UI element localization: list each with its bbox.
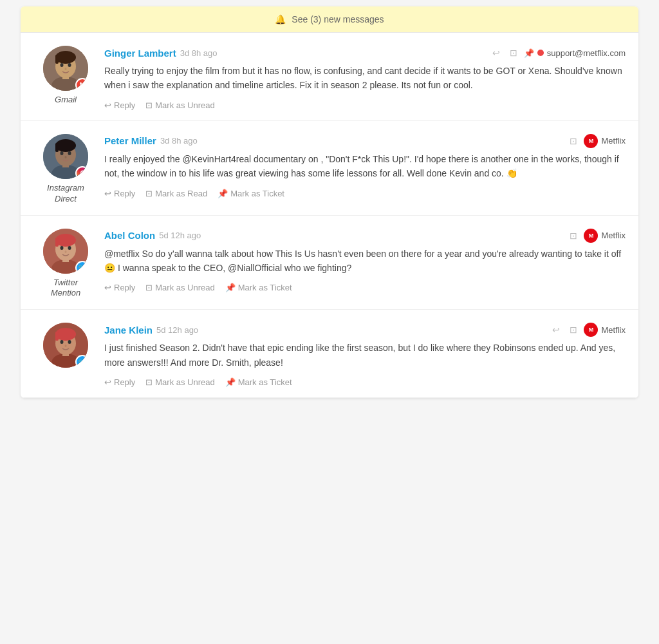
message-header: Abel Colon 5d 12h ago ⊡ M Metflix bbox=[104, 229, 626, 243]
message-content: Peter Miller 3d 8h ago ⊡ M Metflix I rea… bbox=[104, 134, 626, 205]
message-icon-sm: ⊡ bbox=[506, 46, 521, 60]
avatar-section: 🐦 bbox=[33, 323, 98, 387]
action-mark-as-ticket[interactable]: 📌 Mark as Ticket bbox=[225, 283, 292, 292]
svg-rect-14 bbox=[55, 143, 59, 152]
new-messages-banner[interactable]: 🔔 See (3) new messages bbox=[21, 6, 638, 33]
avatar-section: 🐦 TwitterMention bbox=[33, 229, 98, 299]
brand-badge: ↩ ⊡ M Metflix bbox=[549, 323, 626, 337]
reply-icon: ↩ bbox=[104, 189, 111, 198]
email-address: support@metflix.com bbox=[547, 48, 626, 58]
svg-point-8 bbox=[65, 68, 67, 70]
action-reply[interactable]: ↩ Reply bbox=[104, 189, 135, 198]
reply-icon: ↩ bbox=[104, 100, 111, 110]
svg-rect-32 bbox=[55, 332, 59, 341]
message-header: Ginger Lambert 3d 8h ago ↩ ⊡ 📌 support@m… bbox=[104, 46, 626, 60]
reply-icon-sm: ↩ bbox=[549, 323, 563, 337]
message-actions: ↩ Reply ⊡ Mark as Unread 📌 Mark as Ticke… bbox=[104, 283, 626, 292]
author-name[interactable]: Jane Klein bbox=[104, 325, 153, 336]
author-name[interactable]: Ginger Lambert bbox=[104, 48, 176, 59]
message-icon-sm: ⊡ bbox=[566, 323, 580, 337]
mark-as-unread-icon: ⊡ bbox=[145, 100, 153, 110]
svg-point-15 bbox=[60, 151, 64, 155]
brand-name: Metflix bbox=[601, 325, 626, 335]
message-body: @metflix So do y'all wanna talk about ho… bbox=[104, 247, 626, 276]
message-card: 🐦 TwitterMention Abel Colon 5d 12h ago ⊡… bbox=[21, 216, 638, 310]
message-header: Jane Klein 5d 12h ago ↩ ⊡ M Metflix bbox=[104, 323, 626, 337]
mark-as-ticket-icon: 📌 bbox=[218, 189, 228, 198]
message-actions: ↩ Reply ⊡ Mark as Read 📌 Mark as Ticket bbox=[104, 189, 626, 198]
header-icons: ↩ ⊡ M Metflix bbox=[549, 323, 626, 337]
timestamp: 5d 12h ago bbox=[156, 325, 198, 335]
action-reply[interactable]: ↩ Reply bbox=[104, 377, 135, 387]
brand-name: Metflix bbox=[601, 136, 626, 146]
author-name[interactable]: Peter Miller bbox=[104, 135, 156, 146]
message-content: Jane Klein 5d 12h ago ↩ ⊡ M Metflix I ju… bbox=[104, 323, 626, 387]
messages-container: 🔔 See (3) new messages M Gmail bbox=[21, 6, 638, 398]
timestamp: 5d 12h ago bbox=[159, 231, 201, 240]
message-card: ⊙ InstagramDirect Peter Miller 3d 8h ago… bbox=[21, 121, 638, 216]
message-actions: ↩ Reply ⊡ Mark as Unread 📌 Mark as Ticke… bbox=[104, 377, 626, 387]
brand-name: Metflix bbox=[601, 231, 626, 240]
action-mark-as-ticket[interactable]: 📌 Mark as Ticket bbox=[225, 377, 292, 387]
avatar: 🐦 bbox=[43, 323, 88, 368]
action-reply[interactable]: ↩ Reply bbox=[104, 283, 135, 292]
mark-as-ticket-icon: 📌 bbox=[225, 283, 236, 292]
source-badge-instagram: ⊙ bbox=[75, 166, 88, 179]
source-badge-gmail: M bbox=[75, 78, 88, 91]
svg-point-26 bbox=[65, 251, 67, 253]
mark-as-unread-icon: ⊡ bbox=[145, 377, 153, 387]
timestamp: 3d 8h ago bbox=[180, 48, 218, 58]
email-dot bbox=[537, 50, 544, 56]
message-body: I really enjoyed the @KevinHart4real doc… bbox=[104, 152, 626, 181]
brand-badge: ⊡ M Metflix bbox=[566, 134, 626, 148]
avatar: ⊙ bbox=[43, 134, 88, 179]
svg-point-7 bbox=[68, 63, 71, 67]
svg-point-34 bbox=[68, 340, 71, 344]
svg-point-24 bbox=[60, 246, 64, 250]
banner-text: See (3) new messages bbox=[292, 14, 384, 24]
timestamp: 3d 8h ago bbox=[160, 136, 198, 146]
svg-point-33 bbox=[60, 340, 64, 344]
action-mark-as-unread[interactable]: ⊡ Mark as Unread bbox=[145, 377, 214, 387]
reply-icon: ↩ bbox=[104, 283, 111, 292]
source-label: Gmail bbox=[55, 95, 77, 106]
pin-icon: 📌 bbox=[524, 48, 534, 58]
brand-badge: ⊡ M Metflix bbox=[566, 229, 626, 243]
message-content: Abel Colon 5d 12h ago ⊡ M Metflix @metfl… bbox=[104, 229, 626, 299]
source-label: TwitterMention bbox=[51, 278, 80, 299]
source-badge-twitter: 🐦 bbox=[75, 261, 88, 274]
action-reply[interactable]: ↩ Reply bbox=[104, 100, 135, 110]
mark-as-read-icon: ⊡ bbox=[145, 189, 153, 198]
header-icons: ⊡ M Metflix bbox=[566, 229, 626, 243]
svg-point-16 bbox=[68, 151, 71, 155]
reply-icon: ↩ bbox=[104, 377, 111, 387]
svg-point-17 bbox=[65, 156, 67, 158]
mark-as-unread-icon: ⊡ bbox=[145, 283, 153, 292]
action-mark-as-unread[interactable]: ⊡ Mark as Unread bbox=[145, 283, 214, 292]
reply-icon-sm: ⊡ bbox=[566, 134, 580, 148]
source-badge-twitter: 🐦 bbox=[75, 355, 88, 368]
brand-avatar: M bbox=[584, 229, 598, 243]
avatar-section: ⊙ InstagramDirect bbox=[33, 134, 98, 205]
message-content: Ginger Lambert 3d 8h ago ↩ ⊡ 📌 support@m… bbox=[104, 46, 626, 110]
svg-point-6 bbox=[60, 63, 64, 67]
message-actions: ↩ Reply ⊡ Mark as Unread bbox=[104, 100, 626, 110]
svg-point-25 bbox=[68, 246, 71, 250]
mark-as-ticket-icon: 📌 bbox=[225, 377, 236, 387]
action-mark-as-read[interactable]: ⊡ Mark as Read bbox=[145, 189, 207, 198]
bell-icon: 🔔 bbox=[275, 14, 286, 24]
svg-point-35 bbox=[65, 345, 67, 347]
action-mark-as-unread[interactable]: ⊡ Mark as Unread bbox=[145, 100, 214, 110]
header-icons: ⊡ M Metflix bbox=[566, 134, 626, 148]
message-card: 🐦 Jane Klein 5d 12h ago ↩ ⊡ M Metflix I … bbox=[21, 310, 638, 398]
email-badge: ↩ ⊡ 📌 support@metflix.com bbox=[489, 46, 626, 60]
author-name[interactable]: Abel Colon bbox=[104, 230, 155, 241]
action-mark-as-ticket[interactable]: 📌 Mark as Ticket bbox=[218, 189, 284, 198]
brand-avatar: M bbox=[584, 323, 598, 337]
avatar-section: M Gmail bbox=[33, 46, 98, 110]
source-label: InstagramDirect bbox=[47, 183, 84, 205]
messages-list: M Gmail Ginger Lambert 3d 8h ago ↩ ⊡ 📌 s… bbox=[21, 33, 638, 398]
message-body: I just finished Season 2. Didn't have th… bbox=[104, 341, 626, 370]
message-header: Peter Miller 3d 8h ago ⊡ M Metflix bbox=[104, 134, 626, 148]
reply-icon-sm: ↩ bbox=[489, 46, 503, 60]
